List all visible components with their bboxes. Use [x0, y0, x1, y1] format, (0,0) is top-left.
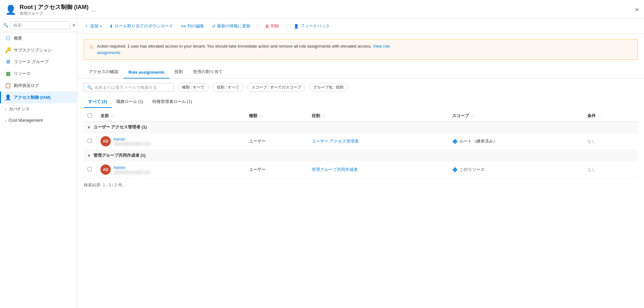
group-chevron-icon[interactable]: ∨ — [88, 154, 90, 157]
edit-columns-label: 列の編集 — [187, 23, 204, 29]
tab-role-assignments[interactable]: Role assignments — [123, 67, 169, 79]
delete-label: 削除 — [271, 23, 279, 29]
download-icon: ⬇ — [109, 24, 113, 29]
sort-icon-name[interactable]: ↑↓ — [111, 114, 114, 118]
delete-button[interactable]: 🗑 削除 — [264, 22, 280, 30]
user-cell: AD Admin admin@example.com — [100, 136, 241, 146]
refresh-button[interactable]: ↺ 最新の情報に更新 — [211, 22, 251, 30]
feedback-button[interactable]: 👤 フィードバック — [293, 22, 330, 30]
chevron-right-icon: › — [5, 118, 6, 122]
sidebar-search-bar: 🔍 ✕ « — [0, 19, 77, 32]
sidebar-item-label: ガバナンス — [9, 106, 73, 112]
sidebar-item-overview[interactable]: ⬡ 概要 — [0, 32, 77, 44]
sidebar-item-label: リソース — [14, 71, 73, 77]
col-header-scope: スコープ ↑↓ — [448, 110, 583, 122]
col-header-type: 種類 ↑↓ — [245, 110, 308, 122]
sub-tab-job-roles[interactable]: 職務ロール (1) — [112, 96, 148, 108]
select-all-checkbox[interactable] — [88, 113, 92, 117]
sidebar-item-label: リソース グループ — [14, 59, 73, 65]
row-checkbox-2[interactable] — [88, 167, 92, 171]
group-chevron-icon[interactable]: ∨ — [88, 125, 90, 129]
sidebar-item-resource-groups[interactable]: 🖥 リソース グループ — [0, 56, 77, 68]
sidebar-item-label: Cost Management — [9, 118, 73, 123]
sub-tab-privileged-roles[interactable]: 特権管理者ロール (1) — [148, 96, 197, 108]
filters-row: 🔍 種類 : すべて 役割 : すべて スコープ : すべてのスコープ グループ… — [77, 79, 644, 96]
sort-icon-type[interactable]: ↑↓ — [259, 114, 262, 118]
scope-text: ルート（継承済み） — [459, 138, 497, 144]
close-button[interactable]: ✕ — [635, 7, 639, 13]
condition-cell: なし — [583, 133, 638, 150]
search-icon: 🔍 — [3, 23, 8, 28]
user-email: admin@example.com — [113, 170, 151, 174]
alert-banner: ⚠ Action required: 1 user has elevated a… — [84, 39, 638, 60]
sidebar-item-resources[interactable]: ▦ リソース — [0, 68, 77, 79]
iam-icon: 👤 — [5, 5, 16, 15]
refresh-label: 最新の情報に更新 — [217, 23, 251, 29]
col-header-name: 名前 ↑↓ — [97, 110, 245, 122]
add-button[interactable]: ＋ 追加 ▾ — [84, 22, 102, 30]
overview-icon: ⬡ — [5, 35, 11, 41]
sort-icon-scope[interactable]: ↑↓ — [471, 114, 474, 118]
tab-check-access[interactable]: アクセスの確認 — [84, 66, 123, 79]
tab-deny-assignments[interactable]: 拒否の割り当て — [188, 66, 228, 79]
chevron-right-icon: › — [5, 107, 6, 111]
avatar: AD — [100, 164, 111, 175]
sidebar: 🔍 ✕ « ⬡ 概要 🔑 サブスクリプション 🖥 リソース グループ ▦ リソー… — [0, 19, 77, 308]
edit-columns-button[interactable]: ≡≡ 列の編集 — [180, 22, 205, 30]
role-search-input[interactable] — [94, 85, 170, 90]
sort-icon-role[interactable]: ↑↓ — [322, 114, 325, 118]
title-block: Root | アクセス制御 (IAM) 管理グループ — [20, 3, 89, 16]
filter-chip-type[interactable]: 種類 : すべて — [178, 83, 209, 92]
role-link[interactable]: 管理グループ共同作成者 — [312, 167, 358, 172]
sidebar-item-activity-log[interactable]: 📋 動作状況ログ — [0, 79, 77, 91]
sub-tab-all[interactable]: すべて (2) — [84, 96, 112, 108]
filter-search-icon: 🔍 — [87, 85, 92, 90]
sidebar-search-input[interactable] — [10, 21, 70, 29]
content-area: ＋ 追加 ▾ ⬇ ロール割り当てのダウンロード ≡≡ 列の編集 ↺ 最新の情報に… — [77, 19, 644, 308]
tab-roles[interactable]: 役割 — [169, 66, 188, 79]
condition-cell: なし — [583, 161, 638, 178]
role-link[interactable]: ユーザー アクセス管理者 — [312, 139, 359, 144]
clear-search-button[interactable]: ✕ — [72, 23, 76, 28]
result-count: 検索結果: 1 - 2 / 2 件。 — [77, 178, 644, 192]
row-checkbox-1[interactable] — [88, 139, 92, 143]
refresh-icon: ↺ — [212, 24, 215, 29]
resources-icon: ▦ — [5, 70, 11, 77]
sidebar-item-label: アクセス制御 (IAM) — [14, 95, 73, 100]
filter-chip-group[interactable]: グループ化 : 役割 — [309, 83, 348, 92]
sidebar-item-cost-management[interactable]: › Cost Management — [0, 115, 77, 126]
filter-chip-role[interactable]: 役割 : すべて — [213, 83, 243, 92]
sidebar-item-subscriptions[interactable]: 🔑 サブスクリプション — [0, 44, 77, 56]
group-row-mgmt-group-contributor: ∨ 管理グループ共同作成者 (1) — [84, 150, 638, 161]
alert-text: Action required: 1 user has elevated acc… — [97, 43, 390, 56]
filter-chip-scope[interactable]: スコープ : すべてのスコープ — [247, 83, 305, 92]
delete-icon: 🗑 — [265, 24, 269, 29]
page-subtitle: 管理グループ — [20, 11, 89, 16]
search-filter[interactable]: 🔍 — [84, 83, 174, 92]
main-tabs: アクセスの確認 Role assignments 役割 拒否の割り当て — [77, 66, 644, 79]
col-header-condition: 条件 ↑↓ — [583, 110, 638, 122]
ellipsis-button[interactable]: ... — [92, 7, 96, 13]
columns-icon: ≡≡ — [181, 24, 186, 29]
iam-sidebar-icon: 👤 — [5, 94, 11, 100]
role-assignments-table: 名前 ↑↓ 種類 ↑↓ 役割 ↑↓ スコープ ↑ — [77, 108, 644, 178]
user-info: Admin admin@example.com — [113, 137, 151, 146]
avatar: AD — [100, 136, 111, 146]
scope-cell: 🔷 ルート（継承済み） — [452, 138, 580, 144]
sidebar-item-iam[interactable]: 👤 アクセス制御 (IAM) — [0, 91, 77, 103]
user-name-link[interactable]: Admin — [113, 165, 151, 170]
sidebar-item-label: 動作状況ログ — [14, 83, 73, 89]
user-info: Admin admin@example.com — [113, 165, 151, 174]
page-title: Root | アクセス制御 (IAM) — [20, 3, 89, 11]
sub-tabs: すべて (2) 職務ロール (1) 特権管理者ロール (1) — [77, 96, 644, 108]
feedback-icon: 👤 — [294, 24, 299, 29]
sort-icon-condition[interactable]: ↑↓ — [598, 114, 601, 118]
sidebar-item-governance[interactable]: › ガバナンス — [0, 103, 77, 115]
download-button[interactable]: ⬇ ロール割り当てのダウンロード — [109, 22, 174, 30]
user-name-link[interactable]: Admin — [113, 137, 151, 142]
scope-icon: 🔷 — [452, 167, 458, 172]
activity-log-icon: 📋 — [5, 82, 11, 89]
add-label: 追加 — [90, 23, 99, 29]
scope-icon: 🔷 — [452, 139, 458, 144]
table-row: AD Admin admin@example.com ユーザー 管理グループ共同… — [84, 161, 638, 178]
